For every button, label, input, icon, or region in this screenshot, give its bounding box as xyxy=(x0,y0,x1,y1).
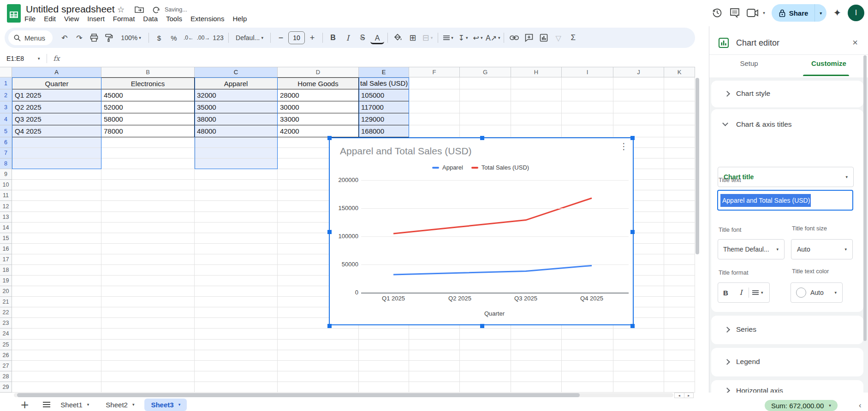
chart-resize-handle-4[interactable] xyxy=(630,230,635,234)
row-header-3[interactable]: 3 xyxy=(0,101,12,113)
chart-resize-handle-0[interactable] xyxy=(327,136,332,140)
section-horizontal-axis[interactable]: Horizontal axis xyxy=(711,380,863,393)
cell-E3[interactable]: 117000 xyxy=(359,101,409,113)
cell-K16[interactable] xyxy=(664,244,695,254)
cell-D25[interactable] xyxy=(278,340,359,350)
cell-F1[interactable] xyxy=(409,77,460,89)
cell-D26[interactable] xyxy=(278,350,359,361)
cell-A19[interactable] xyxy=(12,276,101,286)
cell-G1[interactable] xyxy=(460,77,511,89)
title-align-button[interactable]: ▾ xyxy=(752,290,763,295)
cell-C2[interactable]: 32000 xyxy=(195,89,278,101)
cell-A11[interactable] xyxy=(12,190,101,201)
row-header-20[interactable]: 20 xyxy=(0,286,12,297)
cell-E24[interactable] xyxy=(359,329,409,339)
cell-K11[interactable] xyxy=(664,190,695,201)
cell-A22[interactable] xyxy=(12,307,101,318)
cell-A23[interactable] xyxy=(12,318,101,329)
cell-E29[interactable] xyxy=(359,382,409,393)
cell-A20[interactable] xyxy=(12,286,101,297)
cell-B14[interactable] xyxy=(101,223,195,233)
cell-B6[interactable] xyxy=(101,137,195,148)
scroll-right-icon[interactable]: ▸ xyxy=(684,393,694,398)
cell-A18[interactable] xyxy=(12,265,101,276)
cell-C1[interactable]: Apparel xyxy=(195,77,278,89)
move-folder-icon[interactable] xyxy=(135,6,144,13)
cell-C26[interactable] xyxy=(195,350,278,361)
cell-K7[interactable] xyxy=(664,148,695,159)
undo-button[interactable]: ↶ xyxy=(58,31,71,45)
chart-resize-handle-6[interactable] xyxy=(480,324,484,328)
cell-J4[interactable] xyxy=(613,113,664,125)
section-chart-style[interactable]: Chart style xyxy=(711,81,863,107)
cell-B9[interactable] xyxy=(101,169,195,180)
cell-E5[interactable]: 168000 xyxy=(359,125,409,137)
row-header-17[interactable]: 17 xyxy=(0,254,12,265)
cell-A2[interactable]: Q1 2025 xyxy=(12,89,101,101)
insert-link-button[interactable] xyxy=(507,31,521,45)
borders-button[interactable]: ⊞ xyxy=(406,31,420,45)
cell-K29[interactable] xyxy=(664,382,695,393)
menu-file[interactable]: File xyxy=(20,14,40,25)
title-italic-button[interactable]: I xyxy=(733,288,749,297)
tab-setup[interactable]: Setup xyxy=(721,59,777,67)
video-call-button[interactable]: ▾ xyxy=(747,8,765,18)
sheet-tab-caret-icon[interactable]: ▾ xyxy=(132,402,135,407)
cell-D4[interactable]: 33000 xyxy=(278,113,359,125)
cell-B4[interactable]: 58000 xyxy=(101,113,195,125)
row-header-28[interactable]: 28 xyxy=(0,371,12,382)
cell-I3[interactable] xyxy=(562,101,613,113)
sheet-tab-sheet3[interactable]: Sheet3▾ xyxy=(144,399,187,411)
cell-A27[interactable] xyxy=(12,361,101,371)
document-title[interactable]: Untitled spreadsheet xyxy=(26,4,115,15)
text-color-button[interactable]: A xyxy=(370,33,384,44)
cell-H1[interactable] xyxy=(511,77,562,89)
cell-K3[interactable] xyxy=(664,101,695,113)
paint-format-button[interactable] xyxy=(102,31,116,45)
cell-C27[interactable] xyxy=(195,361,278,371)
functions-button[interactable]: Σ xyxy=(566,31,580,45)
cell-J1[interactable] xyxy=(613,77,664,89)
cell-D1[interactable]: Home Goods xyxy=(278,77,359,89)
cell-K5[interactable] xyxy=(664,125,695,137)
cell-F24[interactable] xyxy=(409,329,460,339)
cell-B16[interactable] xyxy=(101,244,195,254)
cell-A24[interactable] xyxy=(12,329,101,339)
share-button[interactable]: Share ▾ xyxy=(772,4,827,22)
sheet-tab-caret-icon[interactable]: ▾ xyxy=(87,402,89,407)
cell-G3[interactable] xyxy=(460,101,511,113)
cell-K13[interactable] xyxy=(664,212,695,223)
name-box[interactable]: E1:E8 xyxy=(0,55,38,62)
cell-B1[interactable]: Electronics xyxy=(101,77,195,89)
redo-button[interactable]: ↷ xyxy=(72,31,86,45)
row-header-9[interactable]: 9 xyxy=(0,169,12,180)
share-main[interactable]: Share xyxy=(772,4,815,22)
cell-A26[interactable] xyxy=(12,350,101,361)
cell-A9[interactable] xyxy=(12,169,101,180)
title-bold-button[interactable]: B xyxy=(718,289,733,297)
decrease-decimal-button[interactable]: .0← xyxy=(182,31,196,45)
cell-A1[interactable]: Quarter xyxy=(12,77,101,89)
cell-I27[interactable] xyxy=(562,361,613,371)
cell-H28[interactable] xyxy=(511,371,562,382)
cell-C25[interactable] xyxy=(195,340,278,350)
cell-G5[interactable] xyxy=(460,125,511,137)
cell-C22[interactable] xyxy=(195,307,278,318)
cell-G29[interactable] xyxy=(460,382,511,393)
row-header-29[interactable]: 29 xyxy=(0,382,12,393)
column-header-H[interactable]: H xyxy=(511,67,562,77)
cell-D24[interactable] xyxy=(278,329,359,339)
cell-C18[interactable] xyxy=(195,265,278,276)
all-sheets-button[interactable] xyxy=(43,400,50,409)
cell-F25[interactable] xyxy=(409,340,460,350)
cell-D29[interactable] xyxy=(278,382,359,393)
cell-E26[interactable] xyxy=(359,350,409,361)
column-header-I[interactable]: I xyxy=(562,67,613,77)
cell-E28[interactable] xyxy=(359,371,409,382)
cell-C29[interactable] xyxy=(195,382,278,393)
cell-F26[interactable] xyxy=(409,350,460,361)
cell-I26[interactable] xyxy=(562,350,613,361)
cell-B11[interactable] xyxy=(101,190,195,201)
cell-B26[interactable] xyxy=(101,350,195,361)
column-header-E[interactable]: E xyxy=(359,67,409,77)
